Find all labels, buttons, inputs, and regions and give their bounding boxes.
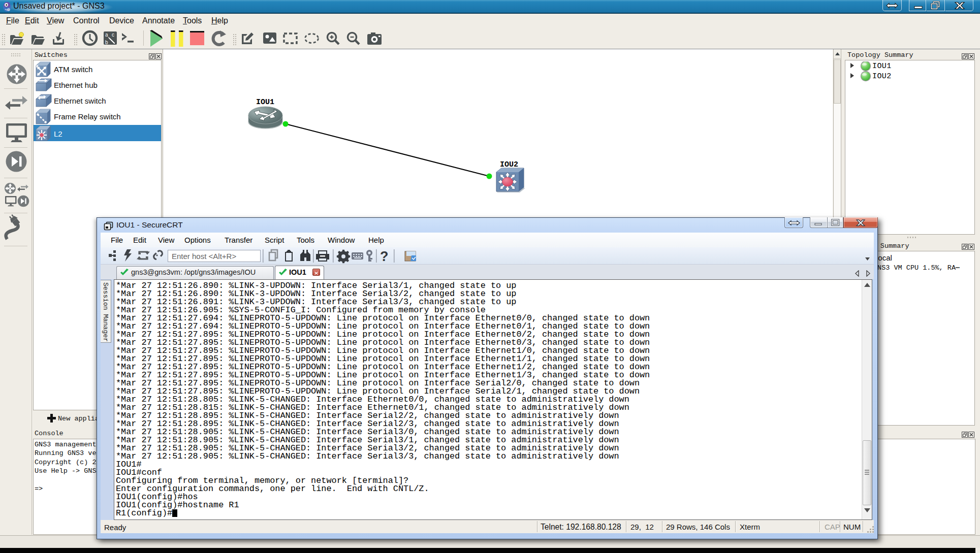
- svg-text:a: a: [105, 32, 108, 38]
- svg-text:?: ?: [380, 249, 389, 264]
- svg-text:b: b: [105, 40, 108, 45]
- svg-text:IOU2: IOU2: [500, 160, 518, 169]
- svg-text:IOU1: IOU1: [256, 98, 274, 107]
- svg-text:c: c: [112, 32, 114, 38]
